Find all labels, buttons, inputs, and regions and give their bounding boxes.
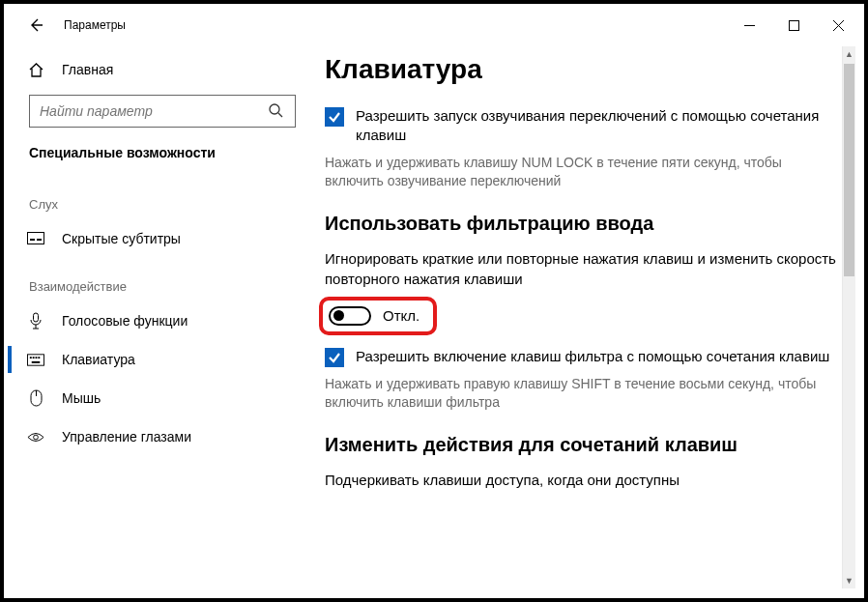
sidebar-item-captions[interactable]: Скрытые субтитры — [8, 219, 317, 258]
svg-rect-7 — [30, 357, 32, 358]
svg-rect-6 — [27, 354, 43, 364]
titlebar: Параметры — [8, 8, 860, 43]
scroll-up-arrow[interactable]: ▲ — [843, 46, 855, 62]
section-shortcuts-title: Изменить действия для сочетаний клавиш — [325, 434, 843, 456]
toggle-state-label: Откл. — [383, 307, 420, 324]
sidebar-item-label: Мышь — [62, 390, 101, 406]
sidebar-item-eye[interactable]: Управление глазами — [8, 417, 317, 456]
checkbox-narration-shortcut[interactable]: Разрешить запуск озвучивания переключени… — [325, 106, 843, 146]
checkbox-checked-icon — [325, 107, 344, 127]
shortcuts-text: Подчеркивать клавиши доступа, когда они … — [325, 470, 843, 490]
sidebar-item-label: Скрытые субтитры — [62, 231, 181, 246]
svg-point-13 — [34, 435, 39, 440]
checkbox-label: Разрешить запуск озвучивания переключени… — [356, 106, 843, 146]
svg-rect-0 — [789, 20, 798, 30]
page-title: Клавиатура — [325, 54, 843, 85]
svg-rect-5 — [34, 313, 39, 322]
checkbox-filter-shortcut[interactable]: Разрешить включение клавиш фильтра с пом… — [325, 347, 843, 367]
sidebar-home[interactable]: Главная — [8, 50, 317, 89]
sidebar-item-keyboard[interactable]: Клавиатура — [8, 340, 317, 379]
captions-icon — [27, 230, 44, 247]
sidebar-group-interaction: Взаимодействие — [8, 279, 317, 294]
search-box[interactable] — [29, 95, 296, 128]
search-input[interactable] — [40, 103, 268, 119]
sidebar-item-label: Голосовые функции — [62, 313, 188, 329]
sidebar-item-label: Клавиатура — [62, 352, 135, 367]
svg-point-1 — [270, 104, 279, 114]
sidebar-category: Специальные возможности — [8, 145, 317, 160]
search-icon — [268, 102, 285, 120]
svg-rect-10 — [38, 357, 40, 358]
sidebar-item-label: Управление глазами — [62, 429, 191, 444]
toggle-knob — [333, 310, 344, 321]
svg-rect-2 — [28, 233, 44, 244]
home-icon — [27, 61, 44, 78]
section-filter-title: Использовать фильтрацию ввода — [325, 213, 843, 235]
sidebar-home-label: Главная — [62, 62, 113, 77]
svg-rect-9 — [36, 357, 38, 358]
svg-rect-8 — [33, 357, 35, 358]
minimize-button[interactable] — [727, 10, 771, 41]
scrollbar-thumb[interactable] — [844, 64, 854, 276]
checkbox-description: Нажать и удерживать клавишу NUM LOCK в т… — [325, 154, 843, 191]
content-area: Клавиатура Разрешить запуск озвучивания … — [317, 43, 860, 594]
mouse-icon — [27, 389, 44, 407]
svg-rect-3 — [30, 239, 35, 241]
sidebar: Главная Специальные возможности Слух Скр… — [8, 43, 317, 594]
checkbox-description: Нажать и удерживать правую клавишу SHIFT… — [325, 375, 843, 413]
arrow-left-icon — [27, 16, 44, 34]
microphone-icon — [27, 312, 44, 330]
window-title: Параметры — [64, 18, 126, 32]
checkbox-label: Разрешить включение клавиш фильтра с пом… — [356, 347, 829, 366]
eye-icon — [27, 428, 44, 445]
scroll-down-arrow[interactable]: ▼ — [843, 573, 855, 588]
sidebar-item-mouse[interactable]: Мышь — [8, 379, 317, 417]
filter-toggle[interactable] — [329, 306, 371, 326]
svg-rect-4 — [37, 239, 42, 241]
vertical-scrollbar[interactable]: ▲ ▼ — [842, 46, 855, 588]
maximize-button[interactable] — [771, 10, 816, 41]
close-button[interactable] — [816, 10, 860, 41]
back-button[interactable] — [21, 11, 50, 40]
checkbox-checked-icon — [325, 348, 344, 367]
sidebar-item-speech[interactable]: Голосовые функции — [8, 301, 317, 340]
highlight-annotation: Откл. — [319, 297, 437, 335]
svg-rect-11 — [32, 360, 41, 362]
keyboard-icon — [27, 351, 44, 368]
sidebar-group-hearing: Слух — [8, 197, 317, 212]
filter-description: Игнорировать краткие или повторные нажат… — [325, 248, 843, 289]
